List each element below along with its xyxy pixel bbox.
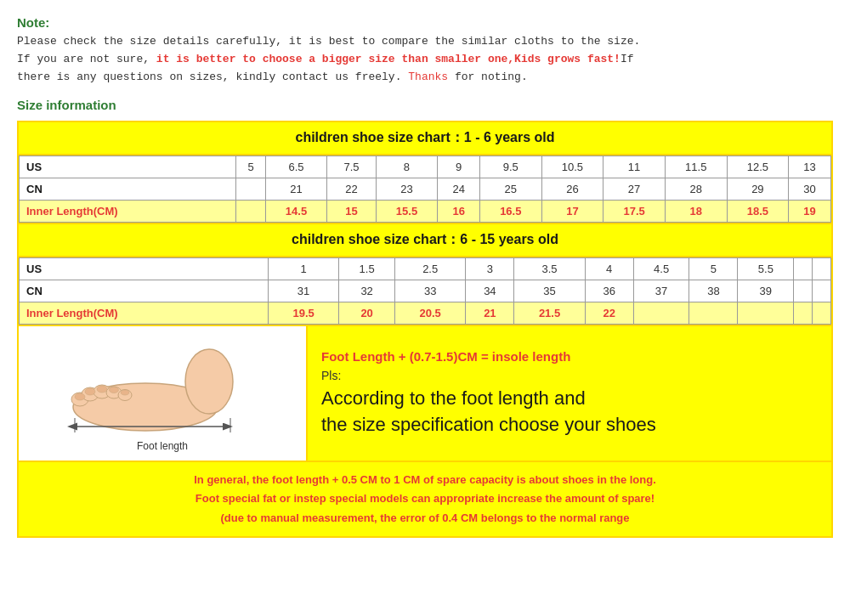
table-cell: 23: [376, 178, 438, 201]
svg-point-10: [110, 387, 119, 393]
chart2-table: US 1 1.5 2.5 3 3.5 4 4.5 5 5.5 CN 31 32 …: [19, 257, 831, 325]
table-cell: 30: [789, 178, 831, 201]
bottom-section: Foot length Foot Length + (0.7-1.5)CM = …: [17, 326, 833, 462]
table-cell: 17: [541, 201, 604, 223]
note-line3-end: for noting.: [448, 71, 528, 83]
cn-label: CN: [20, 178, 236, 201]
note-line2-start: If you are not sure,: [17, 53, 156, 65]
note-line3-start: there is any questions on sizes, kindly …: [17, 71, 408, 83]
table-row: US 5 6.5 7.5 8 9 9.5 10.5 11 11.5 12.5 1…: [20, 156, 831, 178]
note-thanks: Thanks: [408, 71, 448, 83]
table-cell: 18.5: [727, 201, 789, 223]
big-line2: the size specification choose your shoes: [321, 414, 656, 435]
table-cell: [794, 258, 813, 280]
table-cell: 29: [727, 178, 789, 201]
chart1-container: children shoe size chart：1 - 6 years old…: [17, 121, 833, 224]
table-cell: 39: [738, 280, 794, 302]
table-cell: 26: [541, 178, 604, 201]
foot-label: Foot length: [137, 440, 188, 452]
table-cell: 33: [395, 280, 466, 302]
table-cell: 5.5: [738, 258, 794, 280]
table-cell: 35: [514, 280, 585, 302]
note-text: Please check the size details carefully,…: [17, 33, 833, 86]
table-cell: 25: [479, 178, 541, 201]
svg-point-1: [185, 349, 233, 414]
table-cell: 10.5: [541, 156, 604, 178]
table-row: US 1 1.5 2.5 3 3.5 4 4.5 5 5.5: [20, 258, 831, 280]
table-cell: 32: [339, 280, 395, 302]
table-cell: 16: [438, 201, 480, 223]
bottom-note-line1: In general, the foot length + 0.5 CM to …: [194, 473, 656, 486]
table-cell: 24: [438, 178, 480, 201]
svg-point-9: [97, 386, 107, 393]
note-section: Note: Please check the size details care…: [17, 15, 833, 86]
table-cell: 12.5: [727, 156, 789, 178]
note-line2-end: If: [620, 53, 634, 65]
table-cell: 11: [604, 156, 666, 178]
table-cell: 14.5: [265, 201, 327, 223]
big-line1: According to the foot length and: [321, 387, 586, 409]
inner-length-label2: Inner Length(CM): [20, 302, 269, 325]
svg-point-11: [121, 390, 129, 395]
table-cell: 18: [665, 201, 727, 223]
table-cell: [236, 201, 265, 223]
table-cell: [813, 302, 831, 325]
table-cell: 19.5: [268, 302, 338, 325]
table-row: CN 21 22 23 24 25 26 27 28 29 30: [20, 178, 831, 201]
table-cell: 8: [376, 156, 438, 178]
formula-text: Foot Length + (0.7-1.5)CM = insole lengt…: [321, 349, 818, 364]
table-cell: [633, 302, 689, 325]
table-cell: 20: [339, 302, 395, 325]
bottom-note-line2: Foot special fat or instep special model…: [196, 492, 654, 505]
svg-point-8: [85, 388, 95, 395]
size-info-title: Size information: [17, 98, 833, 112]
table-cell: 17.5: [604, 201, 666, 223]
table-cell: 19: [789, 201, 831, 223]
table-cell: 11.5: [665, 156, 727, 178]
table-row: CN 31 32 33 34 35 36 37 38 39: [20, 280, 831, 302]
chart1-header: children shoe size chart：1 - 6 years old: [19, 122, 831, 155]
table-cell: 15: [327, 201, 376, 223]
table-cell: 22: [585, 302, 633, 325]
cn-label2: CN: [20, 280, 269, 302]
table-cell: 20.5: [395, 302, 466, 325]
big-text: According to the foot length and the siz…: [321, 386, 818, 438]
table-cell: 28: [665, 178, 727, 201]
table-cell: 1: [268, 258, 338, 280]
table-cell: 4.5: [633, 258, 689, 280]
table-cell: [794, 302, 813, 325]
us-label: US: [20, 156, 236, 178]
bottom-note-text: In general, the foot length + 0.5 CM to …: [32, 471, 818, 527]
chart2-header: children shoe size chart：6 - 15 years ol…: [19, 224, 831, 257]
table-cell: 6.5: [265, 156, 327, 178]
note-line2-red: it is better to choose a bigger size tha…: [156, 53, 620, 65]
table-cell: 15.5: [376, 201, 438, 223]
table-cell: [813, 280, 831, 302]
bottom-note-line3: (due to manual measurement, the error of…: [220, 511, 629, 524]
foot-illustration: [65, 335, 260, 437]
table-cell: [738, 302, 794, 325]
chart2-container: children shoe size chart：6 - 15 years ol…: [17, 224, 833, 326]
table-cell: [794, 280, 813, 302]
table-cell: 9.5: [479, 156, 541, 178]
table-cell: 38: [689, 280, 738, 302]
table-row: Inner Length(CM) 19.5 20 20.5 21 21.5 22: [20, 302, 831, 325]
pls-text: Pls:: [321, 369, 818, 382]
table-cell: [236, 178, 265, 201]
us-label2: US: [20, 258, 269, 280]
table-cell: 3.5: [514, 258, 585, 280]
svg-point-7: [75, 393, 85, 400]
formula-area: Foot Length + (0.7-1.5)CM = insole lengt…: [308, 326, 831, 461]
chart1-table: US 5 6.5 7.5 8 9 9.5 10.5 11 11.5 12.5 1…: [19, 155, 831, 223]
table-cell: 7.5: [327, 156, 376, 178]
bottom-note: In general, the foot length + 0.5 CM to …: [17, 462, 833, 537]
foot-image-area: Foot length: [19, 326, 308, 461]
table-row: Inner Length(CM) 14.5 15 15.5 16 16.5 17…: [20, 201, 831, 223]
note-line1: Please check the size details carefully,…: [17, 35, 640, 48]
table-cell: 16.5: [479, 201, 541, 223]
table-cell: 36: [585, 280, 633, 302]
table-cell: 21.5: [514, 302, 585, 325]
table-cell: [813, 258, 831, 280]
table-cell: 13: [789, 156, 831, 178]
inner-length-label: Inner Length(CM): [20, 201, 236, 223]
